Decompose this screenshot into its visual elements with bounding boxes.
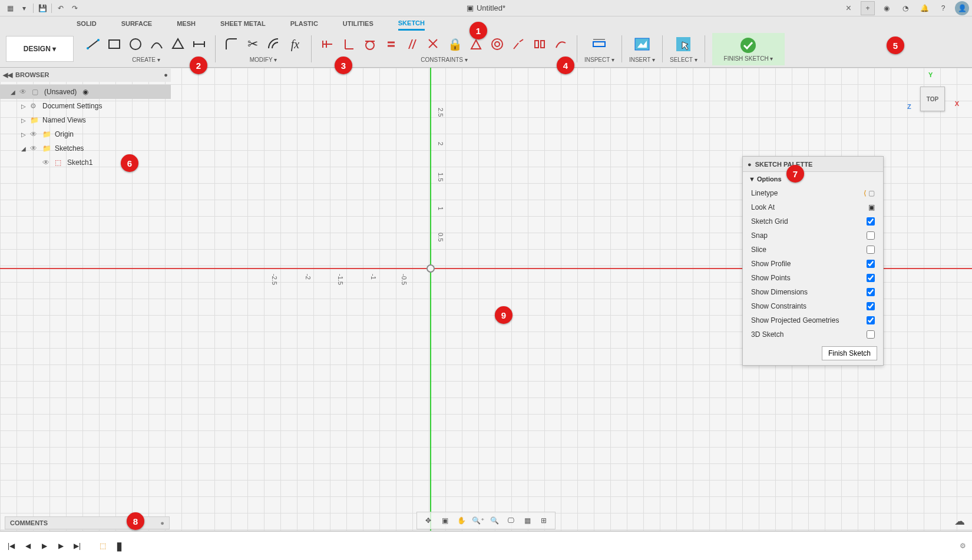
line-tool-icon[interactable] (84, 35, 102, 53)
notifications-icon[interactable]: 🔔 (917, 1, 931, 15)
expand-icon[interactable]: ▷ (21, 117, 27, 124)
tree-item[interactable]: ◢👁📁Sketches (0, 141, 171, 155)
view-cube[interactable]: Y TOP X Z (907, 74, 954, 121)
canvas-settings-icon[interactable]: ☁ (954, 515, 965, 528)
tab-surface[interactable]: SURFACE (121, 18, 153, 29)
view-cube-top-face[interactable]: TOP (920, 87, 945, 111)
palette-checkbox[interactable] (867, 217, 875, 226)
tab-utilities[interactable]: UTILITIES (343, 18, 373, 29)
new-tab-icon[interactable]: + (861, 1, 875, 15)
trim-tool-icon[interactable]: ✂ (244, 35, 262, 53)
insert-group-label[interactable]: INSERT ▾ (629, 57, 655, 63)
tab-mesh[interactable]: MESH (177, 18, 196, 29)
tab-sketch[interactable]: SKETCH (398, 17, 425, 31)
fit-icon[interactable]: 🔍 (488, 514, 501, 527)
expand-icon[interactable]: ◢ (21, 145, 27, 152)
save-icon[interactable]: 💾 (35, 1, 49, 15)
extensions-icon[interactable]: ◉ (880, 1, 894, 15)
close-tab-icon[interactable]: × (846, 3, 851, 14)
equal-constraint-icon[interactable] (382, 35, 400, 53)
dimension-tool-icon[interactable] (190, 35, 208, 53)
look-at-icon[interactable]: ▣ (868, 203, 875, 211)
inspect-tool-icon[interactable] (587, 32, 611, 57)
redo-icon[interactable]: ↷ (68, 1, 82, 15)
circle-tool-icon[interactable] (127, 35, 144, 53)
palette-header[interactable]: ● SKETCH PALETTE (743, 157, 883, 172)
timeline-settings-icon[interactable]: ⚙ (960, 542, 966, 550)
collapse-icon[interactable]: ◀◀ (3, 71, 12, 79)
create-group-label[interactable]: CREATE ▾ (132, 57, 160, 63)
parallel-constraint-icon[interactable] (404, 35, 421, 53)
tree-item[interactable]: ▷👁📁Origin (0, 127, 171, 141)
tab-solid[interactable]: SOLID (77, 18, 97, 29)
palette-checkbox[interactable] (867, 260, 875, 268)
tree-root[interactable]: ◢ 👁 ▢ (Unsaved) ◉ (0, 85, 171, 99)
insert-image-icon[interactable] (630, 32, 654, 57)
timeline-play-icon[interactable]: ▶ (39, 541, 49, 551)
palette-checkbox[interactable] (867, 288, 875, 296)
help-icon[interactable]: ? (936, 1, 950, 15)
timeline-sketch-feature-icon[interactable]: ⬚ (97, 541, 108, 551)
palette-checkbox[interactable] (867, 274, 875, 282)
browser-header[interactable]: ◀◀ BROWSER ● (0, 68, 171, 82)
timeline-end-icon[interactable]: ▶| (72, 541, 82, 551)
horizontal-constraint-icon[interactable] (319, 35, 336, 53)
palette-checkbox[interactable] (867, 316, 875, 324)
visibility-icon[interactable]: 👁 (30, 130, 39, 138)
browser-settings-icon[interactable]: ● (164, 71, 168, 78)
viewport-icon[interactable]: ⊞ (537, 514, 550, 527)
curvature-constraint-icon[interactable] (552, 35, 570, 53)
rectangle-tool-icon[interactable] (105, 35, 123, 53)
palette-checkbox[interactable] (867, 330, 875, 339)
display-settings-icon[interactable]: 🖵 (504, 514, 517, 527)
tree-item-sketch[interactable]: 👁⬚Sketch1 (0, 155, 171, 170)
apps-grid-icon[interactable]: ▦ (3, 1, 17, 15)
look-at-icon[interactable]: ▣ (438, 514, 451, 527)
options-header[interactable]: ▼ Options (743, 172, 883, 186)
comments-settings-icon[interactable]: ● (160, 519, 164, 526)
constraints-group-label[interactable]: CONSTRAINTS ▾ (421, 57, 467, 63)
radio-icon[interactable]: ◉ (82, 88, 88, 96)
file-new-icon[interactable]: ▾ (17, 1, 31, 15)
comments-bar[interactable]: COMMENTS ● (5, 516, 170, 529)
vertical-constraint-icon[interactable] (340, 35, 358, 53)
palette-checkbox[interactable] (867, 246, 875, 254)
pan-icon[interactable]: ✋ (455, 514, 468, 527)
polygon-tool-icon[interactable] (169, 35, 187, 53)
concentric-constraint-icon[interactable] (488, 35, 506, 53)
tree-item[interactable]: ▷⚙Document Settings (0, 99, 171, 113)
user-avatar-icon[interactable]: 👤 (955, 1, 969, 15)
tab-sheet-metal[interactable]: SHEET METAL (220, 18, 266, 29)
timeline-marker-icon[interactable]: ▮ (114, 541, 124, 551)
undo-icon[interactable]: ↶ (54, 1, 68, 15)
palette-checkbox[interactable] (867, 302, 875, 310)
finish-sketch-button[interactable]: FINISH SKETCH ▾ (712, 33, 785, 65)
expand-icon[interactable]: ◢ (11, 89, 16, 95)
zoom-icon[interactable]: 🔍⁺ (471, 514, 484, 527)
expand-icon[interactable]: ▷ (21, 103, 27, 110)
modify-group-label[interactable]: MODIFY ▾ (250, 57, 277, 63)
collinear-constraint-icon[interactable] (510, 35, 527, 53)
linetype-icons[interactable]: ⟨ ▢ (864, 189, 875, 197)
tree-item[interactable]: ▷📁Named Views (0, 113, 171, 127)
fx-parameters-icon[interactable]: fx (286, 35, 304, 53)
timeline-next-icon[interactable]: ▶ (55, 541, 66, 551)
offset-tool-icon[interactable] (265, 35, 283, 53)
visibility-icon[interactable]: 👁 (42, 158, 52, 167)
visibility-icon[interactable]: 👁 (30, 144, 39, 153)
finish-sketch-palette-button[interactable]: Finish Sketch (822, 346, 877, 360)
visibility-icon[interactable]: 👁 (19, 88, 29, 96)
inspect-group-label[interactable]: INSPECT ▾ (584, 57, 614, 63)
select-tool-icon[interactable] (671, 32, 696, 57)
timeline-prev-icon[interactable]: ◀ (22, 541, 33, 551)
arc-tool-icon[interactable] (148, 35, 166, 53)
select-group-label[interactable]: SELECT ▾ (670, 57, 697, 63)
perpendicular-constraint-icon[interactable] (425, 35, 442, 53)
job-status-icon[interactable]: ◔ (898, 1, 913, 15)
grid-settings-icon[interactable]: ▦ (521, 514, 534, 527)
tangent-constraint-icon[interactable] (361, 35, 379, 53)
orbit-icon[interactable]: ✥ (422, 514, 435, 527)
expand-icon[interactable]: ▷ (21, 131, 27, 138)
tab-plastic[interactable]: PLASTIC (290, 18, 318, 29)
symmetry-constraint-icon[interactable] (531, 35, 548, 53)
